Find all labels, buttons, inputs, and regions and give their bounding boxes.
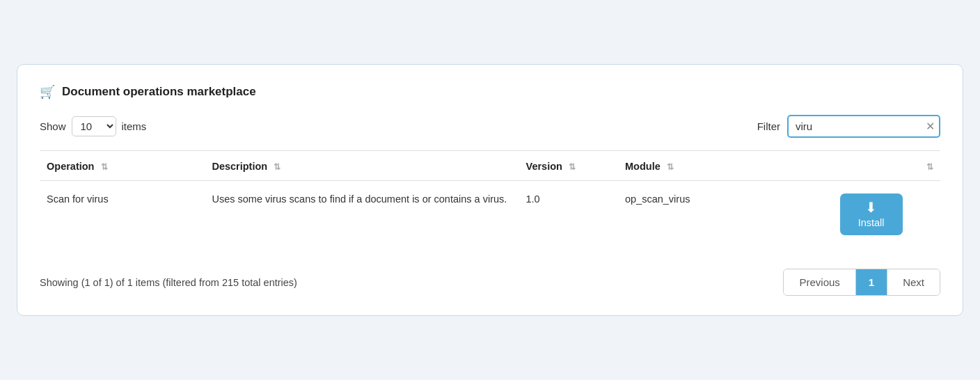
col-header-description[interactable]: Description ⇅ — [205, 151, 519, 181]
page-title: Document operations marketplace — [62, 85, 256, 99]
table-header-row: Operation ⇅ Description ⇅ Version ⇅ Modu… — [40, 151, 940, 181]
filter-clear-button[interactable]: ✕ — [926, 121, 935, 132]
cell-module: op_scan_virus — [618, 181, 833, 248]
col-header-module[interactable]: Module ⇅ — [618, 151, 833, 181]
install-label: Install — [858, 217, 885, 228]
show-control: Show 10 25 50 100 items — [40, 116, 146, 136]
show-label: Show — [40, 120, 66, 132]
filter-control: Filter ✕ — [757, 115, 940, 138]
col-header-version[interactable]: Version ⇅ — [519, 151, 618, 181]
card-header: 🛒 Document operations marketplace — [40, 84, 940, 100]
install-icon: ⬇ — [865, 200, 877, 214]
operations-table: Operation ⇅ Description ⇅ Version ⇅ Modu… — [40, 151, 940, 248]
sort-icon-version: ⇅ — [569, 162, 576, 172]
sort-icon-module: ⇅ — [667, 162, 674, 172]
filter-input-wrap: ✕ — [787, 115, 940, 138]
items-label: items — [122, 120, 147, 132]
pagination: Previous 1 Next — [783, 269, 940, 296]
cell-description: Uses some virus scans to find if a docum… — [205, 181, 519, 248]
current-page-button[interactable]: 1 — [856, 269, 887, 295]
install-button[interactable]: ⬇ Install — [840, 193, 903, 235]
cell-version: 1.0 — [519, 181, 618, 248]
col-header-operation[interactable]: Operation ⇅ — [40, 151, 205, 181]
sort-icon-description: ⇅ — [274, 162, 280, 172]
toolbar: Show 10 25 50 100 items Filter ✕ — [40, 115, 940, 138]
basket-icon: 🛒 — [40, 84, 55, 100]
footer: Showing (1 of 1) of 1 items (filtered fr… — [40, 263, 940, 296]
filter-input[interactable] — [787, 115, 940, 138]
table-row: Scan for virus Uses some virus scans to … — [40, 181, 940, 248]
show-items-select[interactable]: 10 25 50 100 — [72, 116, 116, 136]
footer-info: Showing (1 of 1) of 1 items (filtered fr… — [40, 277, 297, 288]
col-header-action[interactable]: ⇅ — [833, 151, 940, 181]
marketplace-card: 🛒 Document operations marketplace Show 1… — [17, 64, 963, 316]
next-button[interactable]: Next — [887, 269, 940, 295]
sort-icon-operation: ⇅ — [101, 162, 108, 172]
cell-operation: Scan for virus — [40, 181, 205, 248]
sort-icon-action: ⇅ — [926, 162, 933, 172]
previous-button[interactable]: Previous — [784, 269, 855, 295]
filter-label: Filter — [757, 120, 780, 132]
cell-action: ⬇ Install — [833, 181, 940, 248]
